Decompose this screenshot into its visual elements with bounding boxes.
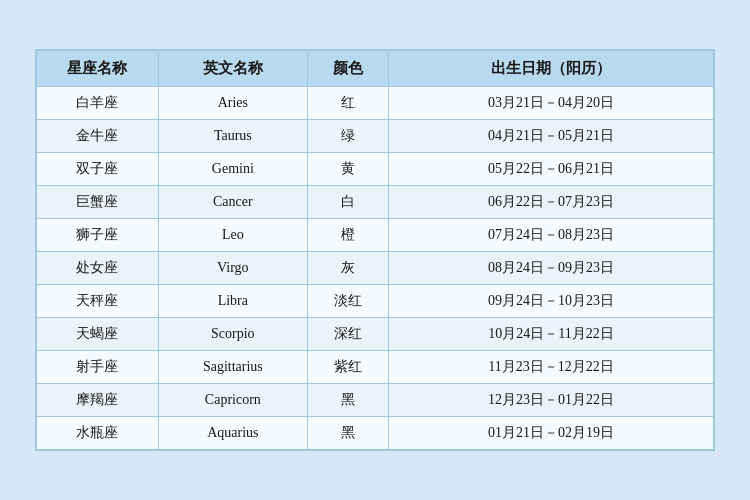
cell-date: 06月22日－07月23日 [389,186,714,219]
cell-date: 11月23日－12月22日 [389,351,714,384]
table-row: 处女座Virgo灰08月24日－09月23日 [37,252,714,285]
cell-english: Cancer [158,186,307,219]
cell-english: Gemini [158,153,307,186]
table-row: 射手座Sagittarius紫红11月23日－12月22日 [37,351,714,384]
cell-english: Aquarius [158,417,307,450]
cell-chinese: 天秤座 [37,285,159,318]
cell-color: 黑 [307,417,388,450]
cell-chinese: 狮子座 [37,219,159,252]
cell-chinese: 水瓶座 [37,417,159,450]
table-row: 白羊座Aries红03月21日－04月20日 [37,87,714,120]
cell-chinese: 射手座 [37,351,159,384]
cell-date: 10月24日－11月22日 [389,318,714,351]
cell-english: Aries [158,87,307,120]
cell-chinese: 巨蟹座 [37,186,159,219]
cell-date: 04月21日－05月21日 [389,120,714,153]
cell-english: Scorpio [158,318,307,351]
cell-color: 红 [307,87,388,120]
cell-english: Sagittarius [158,351,307,384]
cell-date: 01月21日－02月19日 [389,417,714,450]
cell-english: Taurus [158,120,307,153]
cell-color: 黑 [307,384,388,417]
cell-date: 07月24日－08月23日 [389,219,714,252]
cell-english: Libra [158,285,307,318]
table-row: 天蝎座Scorpio深红10月24日－11月22日 [37,318,714,351]
cell-chinese: 白羊座 [37,87,159,120]
zodiac-table-container: 星座名称 英文名称 颜色 出生日期（阳历） 白羊座Aries红03月21日－04… [35,49,715,451]
cell-chinese: 双子座 [37,153,159,186]
cell-color: 白 [307,186,388,219]
table-row: 狮子座Leo橙07月24日－08月23日 [37,219,714,252]
table-row: 水瓶座Aquarius黑01月21日－02月19日 [37,417,714,450]
zodiac-table: 星座名称 英文名称 颜色 出生日期（阳历） 白羊座Aries红03月21日－04… [36,50,714,450]
table-row: 天秤座Libra淡红09月24日－10月23日 [37,285,714,318]
cell-color: 橙 [307,219,388,252]
table-row: 摩羯座Capricorn黑12月23日－01月22日 [37,384,714,417]
header-english: 英文名称 [158,51,307,87]
cell-color: 绿 [307,120,388,153]
table-header-row: 星座名称 英文名称 颜色 出生日期（阳历） [37,51,714,87]
cell-date: 05月22日－06月21日 [389,153,714,186]
cell-chinese: 摩羯座 [37,384,159,417]
table-row: 巨蟹座Cancer白06月22日－07月23日 [37,186,714,219]
cell-color: 淡红 [307,285,388,318]
table-row: 双子座Gemini黄05月22日－06月21日 [37,153,714,186]
cell-date: 08月24日－09月23日 [389,252,714,285]
cell-chinese: 处女座 [37,252,159,285]
header-color: 颜色 [307,51,388,87]
cell-color: 黄 [307,153,388,186]
cell-english: Virgo [158,252,307,285]
header-date: 出生日期（阳历） [389,51,714,87]
cell-chinese: 天蝎座 [37,318,159,351]
cell-date: 12月23日－01月22日 [389,384,714,417]
cell-date: 09月24日－10月23日 [389,285,714,318]
cell-english: Capricorn [158,384,307,417]
cell-color: 深红 [307,318,388,351]
cell-color: 灰 [307,252,388,285]
header-chinese: 星座名称 [37,51,159,87]
cell-english: Leo [158,219,307,252]
cell-color: 紫红 [307,351,388,384]
table-row: 金牛座Taurus绿04月21日－05月21日 [37,120,714,153]
cell-chinese: 金牛座 [37,120,159,153]
cell-date: 03月21日－04月20日 [389,87,714,120]
